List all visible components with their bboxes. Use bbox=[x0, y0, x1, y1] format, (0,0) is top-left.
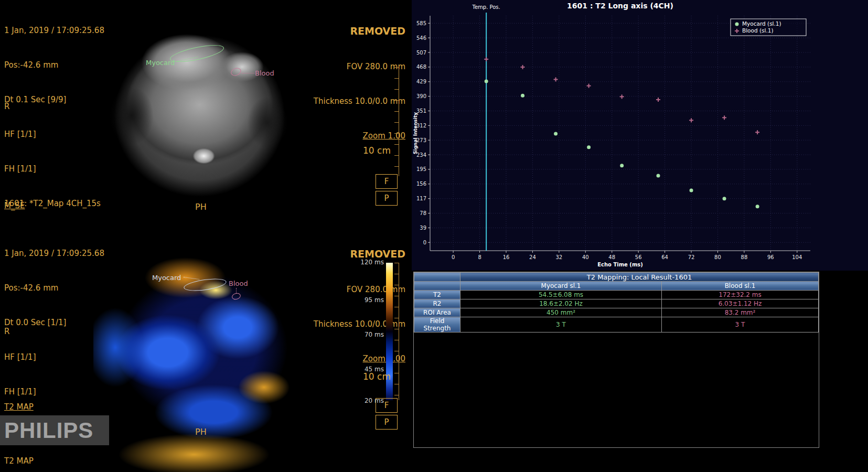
row-label: ROI Area bbox=[414, 308, 460, 317]
table-row-field-strength: Field Strength 3 T 3 T bbox=[414, 317, 819, 332]
blood-leader-line bbox=[236, 288, 237, 293]
svg-text:156: 156 bbox=[416, 181, 426, 187]
svg-text:56: 56 bbox=[635, 254, 642, 260]
chart-ylabel: Signal Intensity bbox=[413, 112, 418, 154]
column-header-myocard: Myocard sl.1 bbox=[460, 282, 662, 291]
phase-direction-label: PH bbox=[195, 201, 207, 213]
svg-text:78: 78 bbox=[420, 210, 426, 216]
myocard-roi-contour[interactable] bbox=[169, 41, 226, 65]
orientation-marker-r: R bbox=[4, 326, 9, 337]
hf-counter: HF [1/1] bbox=[4, 128, 104, 140]
orientation-p-button[interactable]: P bbox=[376, 191, 398, 206]
orientation-marker-r: R bbox=[4, 101, 9, 112]
geometry-info-block: REMOVED FOV 280.0 mm Thickness 10.0/0.0 … bbox=[314, 2, 405, 165]
svg-text:48: 48 bbox=[608, 254, 615, 260]
svg-text:40: 40 bbox=[582, 254, 589, 260]
table-row-roi-area: ROI Area 450 mm² 83.2 mm² bbox=[414, 308, 819, 317]
scale-length-label: 10 cm bbox=[363, 145, 391, 156]
blood-leader-line bbox=[242, 73, 254, 73]
row-label: Field Strength bbox=[414, 317, 460, 332]
svg-text:32: 32 bbox=[556, 254, 563, 260]
svg-text:96: 96 bbox=[767, 254, 774, 260]
myocard-roi-contour[interactable] bbox=[183, 276, 227, 293]
t2-blood-value: 172±32.2 ms bbox=[662, 291, 819, 299]
table-row-t2: T2 54.5±6.08 ms 172±32.2 ms bbox=[414, 291, 819, 299]
row-label: T2 bbox=[414, 291, 460, 299]
anonymized-label: REMOVED bbox=[314, 25, 405, 38]
field-strength-myocard-value: 3 T bbox=[460, 317, 662, 332]
scale-length-label: 10 cm bbox=[363, 371, 391, 382]
table-row-r2: R2 18.6±2.02 Hz 6.03±1.12 Hz bbox=[414, 299, 819, 308]
colorbar-tick-95ms: 95 ms bbox=[359, 296, 384, 304]
temp-pos-label: Temp. Pos. bbox=[472, 4, 500, 10]
table-corner-cell bbox=[414, 282, 460, 291]
svg-text:80: 80 bbox=[714, 254, 721, 260]
philips-logo: PHILIPS bbox=[0, 415, 109, 445]
blood-roi-contour[interactable] bbox=[231, 292, 242, 301]
magnitude-image-panel: Myocard Blood 1 Jan, 2019 / 17:09:25.68 … bbox=[0, 0, 411, 223]
mri-viewer-screen: Myocard Blood 1 Jan, 2019 / 17:09:25.68 … bbox=[0, 0, 868, 472]
svg-text:546: 546 bbox=[416, 35, 426, 41]
svg-text:195: 195 bbox=[416, 166, 426, 172]
t2-map-link[interactable]: T2 MAP bbox=[4, 401, 34, 413]
svg-text:117: 117 bbox=[416, 196, 426, 201]
svg-text:39: 39 bbox=[420, 225, 426, 231]
svg-text:0: 0 bbox=[452, 254, 455, 260]
svg-text:Myocard (sl.1): Myocard (sl.1) bbox=[742, 20, 781, 27]
table-title: T2 Mapping: Local Result-1601 bbox=[460, 273, 819, 282]
table-corner-cell bbox=[414, 273, 460, 282]
column-header-blood: Blood sl.1 bbox=[662, 282, 819, 291]
myocard-roi-label: Myocard bbox=[152, 274, 181, 282]
thickness-label: Thickness 10.0/0.0 mm bbox=[314, 95, 405, 107]
colorbar-tick-70ms: 70 ms bbox=[359, 331, 384, 338]
r2-myocard-value: 18.6±2.02 Hz bbox=[460, 299, 662, 308]
slice-position: Pos:-42.6 mm bbox=[4, 282, 104, 294]
svg-text:8: 8 bbox=[478, 254, 481, 260]
acquisition-datetime: 1 Jan, 2019 / 17:09:25.68 bbox=[4, 25, 104, 36]
svg-text:Blood (sl.1): Blood (sl.1) bbox=[742, 27, 774, 34]
svg-text:104: 104 bbox=[792, 254, 802, 260]
dynamic-time: Dt 0.0 Sec [1/1] bbox=[4, 317, 104, 328]
slice-position: Pos:-42.6 mm bbox=[4, 59, 104, 71]
acquisition-datetime: 1 Jan, 2019 / 17:09:25.68 bbox=[4, 248, 104, 259]
roi-area-blood-value: 83.2 mm² bbox=[662, 308, 819, 317]
chart-xlabel: Echo Time (ms) bbox=[597, 262, 643, 267]
colorbar-tick-120ms: 120 ms bbox=[359, 259, 384, 266]
fh-counter: FH [1/1] bbox=[4, 386, 104, 398]
svg-text:0: 0 bbox=[423, 240, 426, 245]
measure-mode-link[interactable]: M_SE bbox=[4, 200, 45, 211]
zoom-link[interactable]: Zoom 1.00 bbox=[314, 130, 405, 142]
orientation-f-button[interactable]: F bbox=[376, 174, 398, 189]
orientation-p-button[interactable]: P bbox=[376, 415, 398, 430]
svg-text:507: 507 bbox=[416, 50, 426, 56]
roi-area-myocard-value: 450 mm² bbox=[460, 308, 662, 317]
mri-magnitude-image[interactable]: Myocard Blood bbox=[93, 0, 306, 223]
hf-counter: HF [1/1] bbox=[4, 351, 104, 363]
r2-blood-value: 6.03±1.12 Hz bbox=[662, 299, 819, 308]
map-type-label: T2 MAP bbox=[4, 455, 104, 467]
phase-direction-label: PH bbox=[195, 426, 207, 438]
scale-ruler bbox=[394, 67, 399, 176]
blood-roi-contour[interactable] bbox=[230, 67, 242, 77]
scale-ruler bbox=[394, 263, 399, 400]
t2-map-image-panel: Myocard Blood 1 Jan, 2019 / 17:09:25.68 … bbox=[0, 223, 411, 472]
field-strength-blood-value: 3 T bbox=[662, 317, 819, 332]
result-table-panel: T2 Mapping: Local Result-1601 Myocard sl… bbox=[413, 272, 819, 448]
orientation-f-button[interactable]: F bbox=[376, 398, 398, 413]
t2-myocard-value: 54.5±6.08 ms bbox=[460, 291, 662, 299]
svg-text:429: 429 bbox=[416, 79, 426, 84]
svg-text:16: 16 bbox=[503, 254, 510, 260]
svg-text:88: 88 bbox=[741, 254, 748, 260]
t2-decay-chart-panel: 0816243240485664728088961040397811715619… bbox=[412, 0, 868, 271]
myocard-leader-line bbox=[184, 277, 199, 280]
dynamic-time: Dt 0.1 Sec [9/9] bbox=[4, 94, 104, 105]
svg-text:72: 72 bbox=[688, 254, 695, 260]
fov-label: FOV 280.0 mm bbox=[314, 61, 405, 72]
svg-text:24: 24 bbox=[529, 254, 536, 260]
chart-title: 1601 : T2 Long axis (4CH) bbox=[567, 2, 673, 10]
row-label: R2 bbox=[414, 299, 460, 308]
svg-text:585: 585 bbox=[416, 20, 426, 26]
t2-decay-chart: 0816243240485664728088961040397811715619… bbox=[412, 0, 868, 271]
svg-text:64: 64 bbox=[661, 254, 668, 260]
svg-text:468: 468 bbox=[416, 64, 426, 70]
